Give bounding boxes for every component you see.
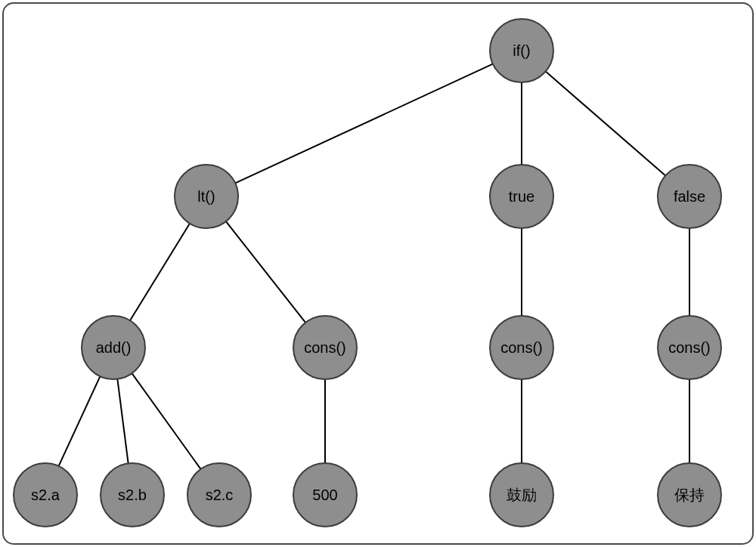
nodes-group: if() lt() true false add() cons() cons() [14, 19, 721, 527]
node-add-label: add() [96, 339, 132, 356]
edge-add-s2b [117, 379, 128, 464]
node-cons1-label: cons() [304, 339, 346, 356]
edge-root-false [546, 72, 666, 176]
node-s2a-label: s2.a [31, 487, 60, 503]
expression-tree-diagram: if() lt() true false add() cons() cons() [0, 0, 756, 547]
node-s2a: s2.a [14, 463, 77, 527]
node-false-label: false [674, 188, 705, 205]
edges-group [59, 64, 689, 469]
node-false: false [658, 165, 721, 228]
edge-add-s2a [59, 376, 101, 466]
node-cons2-label: cons() [500, 339, 543, 356]
node-s2b: s2.b [101, 463, 164, 527]
edge-lt-add [130, 224, 190, 320]
edge-lt-cons1 [226, 221, 305, 323]
node-v500: 500 [293, 463, 357, 527]
node-s2b-label: s2.b [118, 487, 147, 503]
diagram-frame [3, 3, 753, 544]
node-baochi: 保持 [658, 463, 721, 527]
node-guli: 鼓励 [490, 463, 553, 527]
node-true: true [490, 165, 553, 228]
node-guli-label: 鼓励 [507, 487, 537, 503]
node-lt: lt() [175, 165, 238, 228]
node-root-label: if() [513, 42, 530, 59]
node-cons1: cons() [293, 316, 357, 379]
edge-root-lt [235, 64, 493, 184]
node-root: if() [490, 19, 553, 82]
node-true-label: true [509, 188, 534, 205]
node-baochi-label: 保持 [674, 487, 705, 503]
node-s2c-label: s2.c [206, 487, 234, 503]
node-s2c: s2.c [187, 463, 251, 527]
node-lt-label: lt() [197, 188, 215, 205]
node-cons2: cons() [490, 316, 553, 379]
node-cons3: cons() [658, 316, 721, 379]
edge-add-s2c [132, 373, 200, 469]
node-add: add() [82, 316, 145, 379]
node-v500-label: 500 [312, 487, 337, 503]
node-cons3-label: cons() [668, 339, 711, 356]
